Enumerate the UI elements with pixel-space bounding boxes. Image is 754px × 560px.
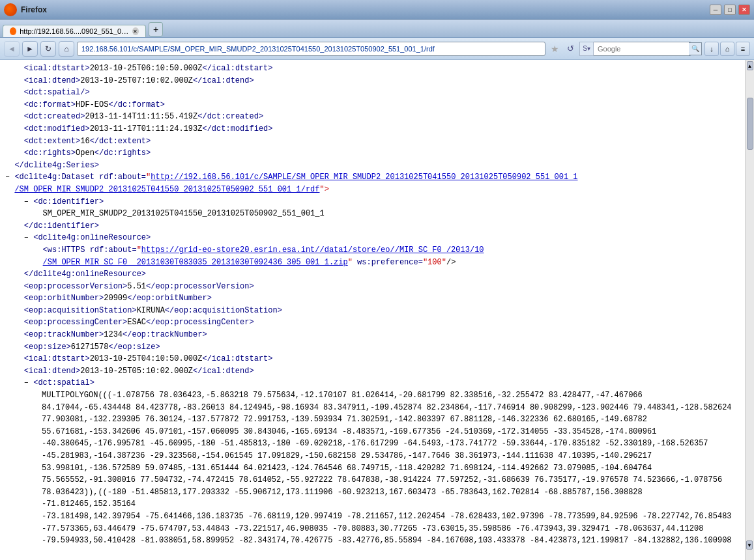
content-area: <ical:dtstart>2013-10-25T06:10:50.000Z</… (0, 60, 754, 560)
xml-multipolygon: MULTIPOLYGON(((-1.078756 78.036423,-5.86… (5, 389, 737, 547)
xml-line: <eop:trackNumber>1234</eop:trackNumber> (5, 329, 737, 341)
xml-line: <eop:size>61271578</eop:size> (5, 341, 737, 354)
xml-content-scroll[interactable]: <ical:dtstart>2013-10-25T06:10:50.000Z</… (0, 60, 745, 560)
collapse-spatial-icon[interactable]: – (24, 378, 29, 387)
xml-line: <ws:HTTPS rdf:about="https://grid-eo-sto… (5, 244, 737, 257)
search-input[interactable] (594, 42, 691, 56)
xml-line: <dc:format>HDF-EOS</dc:format> (5, 99, 737, 111)
xml-line: <ical:dtstart>2013-10-25T06:10:50.000Z</… (5, 63, 737, 75)
tabbar: http://192.168.56....0902_551_001_1/rdf … (0, 20, 754, 38)
download-button[interactable]: ↓ (704, 42, 719, 56)
browser-tab[interactable]: http://192.168.56....0902_551_001_1/rdf … (3, 25, 146, 37)
xml-line-spatial: – <dct:spatial> (5, 377, 737, 389)
xml-line: <dct:spatial/> (5, 87, 737, 99)
collapse-identifier-icon[interactable]: – (24, 197, 29, 206)
tab-label: http://192.168.56....0902_551_001_1/rdf (20, 27, 129, 35)
xml-line: <ical:dtend>2013-10-25T07:10:02.000Z</ic… (5, 75, 737, 87)
tab-close-button[interactable]: ✕ (132, 27, 139, 35)
scroll-down-button[interactable]: ▼ (746, 540, 753, 550)
scroll-up-button[interactable]: ▲ (747, 61, 753, 70)
xml-line-dataset: – <dclite4g:Dataset rdf:about="http://19… (5, 171, 737, 184)
close-button[interactable]: ✕ (738, 5, 750, 15)
xml-document: <ical:dtstart>2013-10-25T06:10:50.000Z</… (5, 63, 737, 547)
scroll-thumb[interactable] (747, 98, 753, 150)
xml-line: </dclite4g:onlineResource> (5, 268, 737, 281)
xml-line: </dc:identifier> (5, 220, 737, 232)
xml-line-identifier: – <dc:identifier> (5, 196, 737, 208)
xml-line: SM_OPER_MIR_SMUDP2_20131025T041550_20131… (5, 208, 737, 220)
titlebar-controls: ─ □ ✕ (710, 5, 750, 15)
collapse-icon[interactable]: – (5, 173, 10, 182)
home-button[interactable]: ⌂ (59, 41, 74, 57)
forward-button[interactable]: ► (22, 41, 38, 57)
xml-line: <eop:processorVersion>5.51</eop:processo… (5, 281, 737, 293)
minimize-button[interactable]: ─ (710, 5, 721, 15)
xml-line: </dclite4g:Series> (5, 160, 737, 172)
new-tab-button[interactable]: + (149, 22, 163, 36)
search-button[interactable]: 🔍 (689, 42, 702, 55)
xml-line: <eop:processingCenter>ESAC</eop:processi… (5, 316, 737, 329)
search-engine-label: S▾ (579, 42, 594, 56)
xml-line: /SM_OPER_MIR_SMUDP2_20131025T041550_2013… (5, 184, 737, 196)
maximize-button[interactable]: □ (724, 5, 736, 15)
xml-line: <dct:created>2013-11-14T11:11:55.419Z</d… (5, 111, 737, 123)
xml-line: /SM_OPER_MIR_SC_F0__20131030T083035_2013… (5, 257, 737, 269)
tab-favicon-icon (10, 27, 16, 35)
xml-line: <dct:modified>2013-11-17T01:11:24.193Z</… (5, 123, 737, 135)
xml-line-online: – <dclite4g:onlineResource> (5, 232, 737, 244)
xml-line: <ical:dtend>2013-10-25T05:10:02.000Z</ic… (5, 365, 737, 378)
titlebar-text: Firefox (21, 5, 47, 14)
menu-button[interactable]: ≡ (736, 42, 750, 56)
scrollbar[interactable]: ▲ ▼ (745, 60, 754, 560)
titlebar: Firefox ─ □ ✕ (0, 0, 754, 20)
back-button[interactable]: ◄ (4, 41, 20, 57)
collapse-online-icon[interactable]: – (24, 233, 29, 242)
xml-line: <eop:orbitNumber>20909</eop:orbitNumber> (5, 292, 737, 305)
xml-line: <dct:extent>16</dct:extent> (5, 135, 737, 148)
address-bar[interactable] (77, 42, 545, 56)
reload-icon[interactable]: ↺ (564, 42, 577, 55)
refresh-button[interactable]: ↻ (40, 41, 56, 57)
xml-line: <eop:acquisitionStation>KIRUNA</eop:acqu… (5, 305, 737, 317)
firefox-logo-icon (4, 3, 17, 16)
home-icon-button[interactable]: ⌂ (720, 42, 734, 56)
toolbar-buttons: ↓ ⌂ ≡ (704, 42, 750, 56)
navbar: ◄ ► ↻ ⌂ ★ ↺ S▾ 🔍 ↓ ⌂ ≡ (0, 38, 754, 60)
bookmark-star-icon[interactable]: ★ (548, 42, 561, 55)
xml-line: <ical:dtstart>2013-10-25T04:10:50.000Z</… (5, 353, 737, 365)
xml-line: <dc:rights>Open</dc:rights> (5, 147, 737, 160)
